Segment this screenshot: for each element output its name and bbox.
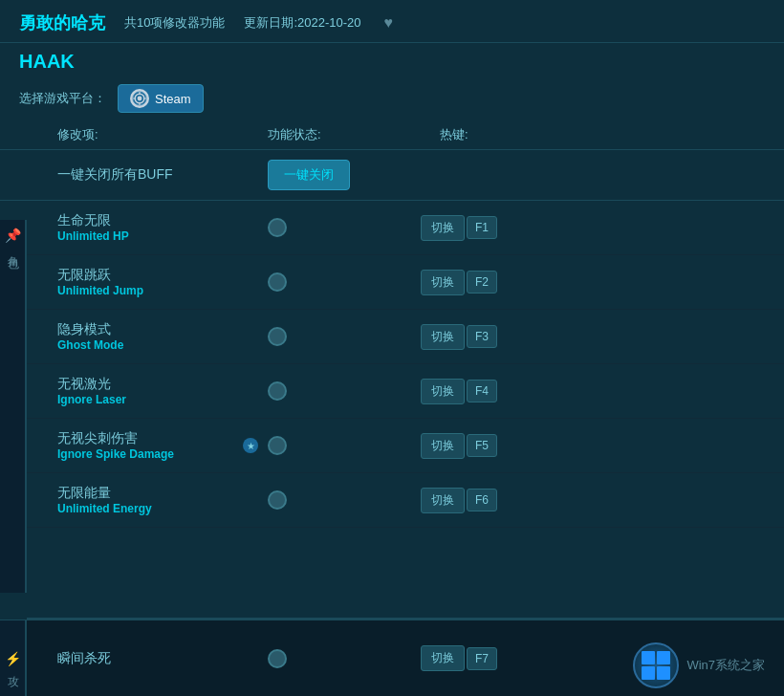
mod-cn-bottom: 瞬间杀死 <box>57 650 239 667</box>
mod-name-ignore-spike: 无视尖刺伤害 Ignore Spike Damage <box>57 430 239 461</box>
col-header-name: 修改项: <box>57 126 268 143</box>
hotkey-key-0: F1 <box>467 216 497 239</box>
hotkey-switch-bottom[interactable]: 切换 <box>421 645 465 671</box>
star-badge-icon: ★ <box>243 438 258 453</box>
hotkey-key-4: F5 <box>467 434 497 457</box>
svg-rect-4 <box>657 651 670 664</box>
hotkey-group-3: 切换 F4 <box>421 379 497 404</box>
hotkey-group-4: 切换 F5 <box>421 433 497 459</box>
game-title-cn: 勇敢的哈克 <box>19 11 105 34</box>
sidebar-section-attack: ⚡ 攻 <box>0 620 27 697</box>
lightning-icon: ⚡ <box>5 651 21 666</box>
col-header-hotkey: 热键: <box>440 126 765 143</box>
mod-item-ignore-spike: 无视尖刺伤害 Ignore Spike Damage ★ 切换 F5 <box>27 419 784 473</box>
one-key-label: 一键关闭所有BUFF <box>57 166 268 184</box>
mod-name-unlimited-jump: 无限跳跃 Unlimited Jump <box>57 267 239 297</box>
toggle-ghost-mode[interactable] <box>268 327 421 346</box>
watermark-text: Win7系统之家 <box>686 657 765 674</box>
main-container: 勇敢的哈克 共10项修改器功能 更新日期:2022-10-20 ♥ HAAK 选… <box>0 0 784 696</box>
mod-list: 生命无限 Unlimited HP 切换 F1 无限跳跃 Unlimited J… <box>0 201 784 528</box>
mod-item-ignore-laser: 无视激光 Ignore Laser 切换 F4 <box>27 364 784 419</box>
toggle-circle-1 <box>268 272 287 292</box>
update-date: 更新日期:2022-10-20 <box>244 14 360 32</box>
hotkey-key-1: F2 <box>467 271 497 294</box>
mod-en-3: Ignore Laser <box>57 393 239 406</box>
hotkey-key-3: F4 <box>467 380 497 402</box>
toggle-circle-bottom <box>268 649 287 668</box>
hotkey-switch-1[interactable]: 切换 <box>421 270 465 295</box>
mod-en-5: Unlimited Energy <box>57 502 239 515</box>
mod-en-0: Unlimited HP <box>57 229 239 243</box>
steam-button[interactable]: Steam <box>118 84 204 113</box>
steam-logo-icon <box>130 89 149 108</box>
hotkey-group-bottom: 切换 F7 <box>421 645 497 671</box>
mod-en-1: Unlimited Jump <box>57 284 239 297</box>
pin-icon: 📌 <box>5 228 21 243</box>
svg-point-2 <box>138 97 142 101</box>
steam-label: Steam <box>155 92 191 106</box>
toggle-ignore-laser[interactable] <box>268 381 421 401</box>
toggle-circle-4 <box>268 436 287 455</box>
toggle-unlimited-hp[interactable] <box>268 218 421 237</box>
watermark-logo-icon <box>633 642 679 688</box>
hotkey-switch-2[interactable]: 切换 <box>421 324 465 350</box>
hotkey-key-5: F6 <box>467 489 497 511</box>
mod-cn-2: 隐身模式 <box>57 321 239 338</box>
one-key-section: 一键关闭所有BUFF 一键关闭 <box>0 150 784 201</box>
mod-cn-3: 无视激光 <box>57 376 239 393</box>
mod-cn-0: 生命无限 <box>57 212 239 229</box>
mod-count: 共10项修改器功能 <box>124 14 225 32</box>
mod-name-instant-kill: 瞬间杀死 <box>57 650 239 667</box>
hotkey-key-bottom: F7 <box>467 647 497 670</box>
mod-name-ghost-mode: 隐身模式 Ghost Mode <box>57 321 239 352</box>
platform-label: 选择游戏平台： <box>19 90 106 107</box>
hotkey-group-1: 切换 F2 <box>421 270 497 295</box>
toggle-ignore-spike[interactable] <box>268 436 421 455</box>
mod-cn-1: 无限跳跃 <box>57 267 239 284</box>
hotkey-switch-3[interactable]: 切换 <box>421 379 465 404</box>
col-header-status: 功能状态: <box>268 126 440 143</box>
mod-en-4: Ignore Spike Damage <box>57 447 239 461</box>
favorite-icon[interactable]: ♥ <box>384 14 394 32</box>
bottom-section: ⚡ 攻 瞬间杀死 切换 F7 <box>0 620 784 696</box>
mod-cn-4: 无视尖刺伤害 <box>57 430 239 447</box>
mod-en-2: Ghost Mode <box>57 338 239 352</box>
hotkey-group-2: 切换 F3 <box>421 324 497 350</box>
mod-item-ghost-mode: 隐身模式 Ghost Mode 切换 F3 <box>27 310 784 364</box>
toggle-unlimited-jump[interactable] <box>268 272 421 292</box>
toggle-circle-0 <box>268 218 287 237</box>
mod-item-unlimited-hp: 生命无限 Unlimited HP 切换 F1 <box>27 201 784 255</box>
mod-item-unlimited-jump: 无限跳跃 Unlimited Jump 切换 F2 <box>27 255 784 310</box>
toggle-circle-2 <box>268 327 287 346</box>
hotkey-switch-0[interactable]: 切换 <box>421 215 465 241</box>
toggle-unlimited-energy[interactable] <box>268 490 421 510</box>
header: 勇敢的哈克 共10项修改器功能 更新日期:2022-10-20 ♥ <box>0 0 784 43</box>
mod-name-unlimited-energy: 无限能量 Unlimited Energy <box>57 485 239 515</box>
table-header: 修改项: 功能状态: 热键: <box>0 120 784 150</box>
platform-section: 选择游戏平台： Steam <box>0 76 784 120</box>
mod-name-ignore-laser: 无视激光 Ignore Laser <box>57 376 239 406</box>
mod-cn-5: 无限能量 <box>57 485 239 502</box>
hotkey-switch-4[interactable]: 切换 <box>421 433 465 459</box>
game-title-en: HAAK <box>0 43 784 76</box>
watermark: Win7系统之家 <box>633 642 765 688</box>
toggle-circle-5 <box>268 490 287 510</box>
toggle-instant-kill[interactable] <box>268 649 421 668</box>
hotkey-key-2: F3 <box>467 325 497 348</box>
svg-rect-6 <box>657 666 670 680</box>
hotkey-switch-5[interactable]: 切换 <box>421 488 465 513</box>
mod-name-unlimited-hp: 生命无限 Unlimited HP <box>57 212 239 243</box>
one-key-button[interactable]: 一键关闭 <box>268 160 350 190</box>
sidebar-label-character: 角色 <box>5 247 21 250</box>
hotkey-group-0: 切换 F1 <box>421 215 497 241</box>
svg-rect-3 <box>642 651 655 664</box>
mod-item-unlimited-energy: 无限能量 Unlimited Energy 切换 F6 <box>27 473 784 528</box>
svg-rect-5 <box>642 666 655 680</box>
toggle-circle-3 <box>268 381 287 401</box>
sidebar-section-character: 📌 角色 <box>0 220 27 593</box>
hotkey-group-5: 切换 F6 <box>421 488 497 513</box>
